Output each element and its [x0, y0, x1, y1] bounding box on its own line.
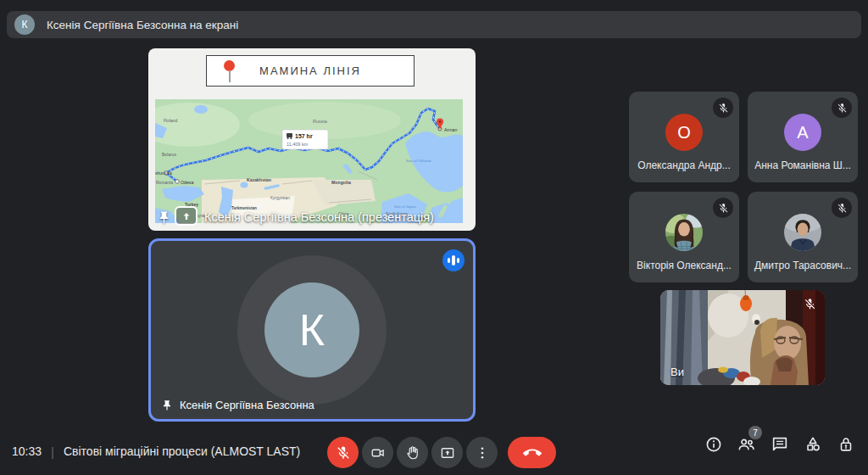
mic-muted-icon [832, 98, 852, 118]
presentation-tile[interactable]: МАМИНА ЛІНІЯ [148, 48, 476, 231]
svg-text:Romania: Romania [156, 180, 173, 185]
participant-name: Дмитро Тарасович... [748, 260, 858, 271]
avatar-ring: К [237, 255, 387, 405]
slide-title-box: МАМИНА ЛІНІЯ [206, 55, 415, 87]
info-icon [704, 435, 723, 454]
meet-window: К Ксенія Сергіївна Безсонна на екрані МА… [0, 0, 868, 475]
people-button[interactable]: 7 [737, 434, 756, 454]
pinned-icon [157, 210, 171, 225]
participant-tile[interactable]: А Анна Романівна Ш... [748, 92, 858, 182]
activities-icon [804, 435, 822, 454]
svg-text:Odesa: Odesa [181, 180, 193, 185]
call-end-icon [523, 444, 542, 462]
self-view-tile[interactable]: Ви [660, 290, 825, 385]
chat-icon [771, 435, 789, 454]
svg-text:Kazakhstan: Kazakhstan [247, 177, 271, 182]
raise-hand-icon [405, 445, 420, 461]
end-call-button[interactable] [508, 437, 556, 468]
route-map: 157 hr 11,409 km Finland Russia Belarus … [155, 99, 463, 223]
participant-tile[interactable]: Вікторія Олександ... [629, 192, 739, 282]
screenshare-banner: К Ксенія Сергіївна Безсонна на екрані [7, 11, 861, 38]
self-video [660, 290, 825, 385]
raise-hand-button[interactable] [397, 437, 428, 468]
info-button[interactable] [704, 434, 723, 454]
self-label: Ви [670, 366, 684, 378]
lock-icon [837, 435, 855, 454]
participant-avatar: О [665, 114, 703, 151]
svg-text:Arman: Arman [444, 127, 457, 132]
route-info-box: 157 hr 11,409 km [282, 130, 328, 149]
activities-button[interactable] [803, 434, 822, 454]
chat-button[interactable] [770, 434, 789, 454]
banner-message: Ксенія Сергіївна Безсонна на екрані [47, 19, 238, 31]
speaking-indicator-icon [442, 249, 465, 271]
expand-presentation-button[interactable] [175, 206, 198, 226]
svg-text:11,409 km: 11,409 km [287, 142, 309, 147]
arrow-up-icon [181, 210, 192, 222]
map-pin-icon [224, 60, 236, 83]
call-controls [327, 437, 556, 468]
meeting-title: Світові міграційні процеси (ALMOST LAST) [64, 444, 300, 458]
svg-text:shunivka: shunivka [155, 170, 172, 176]
participant-tile[interactable]: О Олександра Андр... [629, 92, 739, 182]
participant-name: Анна Романівна Ш... [748, 159, 858, 171]
mic-muted-icon [804, 298, 816, 310]
camera-icon [370, 445, 386, 461]
svg-text:Sea of Japan: Sea of Japan [394, 204, 416, 209]
camera-button[interactable] [362, 437, 393, 468]
svg-text:Mongolia: Mongolia [331, 180, 351, 185]
presentation-label: Ксенія Сергіївна Безсонна (презентація) [204, 210, 434, 224]
banner-avatar: К [14, 14, 35, 35]
presenter-tile[interactable]: К Ксенія Сергіївна Безсонна [148, 238, 476, 422]
svg-text:Kyrgyzstan: Kyrgyzstan [270, 196, 290, 200]
more-vert-icon [475, 445, 490, 461]
participant-name: Олександра Андр... [629, 159, 739, 171]
presenter-avatar: К [264, 282, 359, 377]
svg-text:Finland: Finland [164, 118, 178, 123]
mic-muted-icon [832, 198, 852, 218]
presenter-name: Ксенія Сергіївна Безсонна [180, 399, 314, 411]
mic-off-icon [336, 445, 351, 461]
divider: | [51, 444, 54, 459]
svg-text:Belarus: Belarus [162, 152, 176, 157]
panel-buttons: 7 [704, 434, 855, 454]
clock: 10:33 [12, 444, 42, 458]
svg-text:Sea of Okhotsk: Sea of Okhotsk [406, 159, 432, 163]
participant-photo-avatar [665, 214, 703, 251]
participant-name: Вікторія Олександ... [629, 260, 739, 271]
present-icon [440, 445, 455, 461]
svg-text:Russia: Russia [313, 119, 328, 124]
mic-muted-icon [713, 98, 733, 118]
participant-tile[interactable]: Дмитро Тарасович... [748, 192, 858, 282]
host-controls-button[interactable] [836, 434, 855, 454]
pinned-icon [161, 400, 173, 411]
participant-avatar: А [784, 114, 821, 151]
slide-title: МАМИНА ЛІНІЯ [259, 64, 361, 77]
present-button[interactable] [431, 437, 463, 468]
more-options-button[interactable] [466, 437, 498, 468]
people-count-badge: 7 [748, 426, 762, 439]
mic-muted-icon [713, 198, 733, 218]
mic-button[interactable] [327, 437, 359, 468]
svg-text:157 hr: 157 hr [295, 133, 313, 139]
participant-photo-avatar [784, 214, 821, 251]
